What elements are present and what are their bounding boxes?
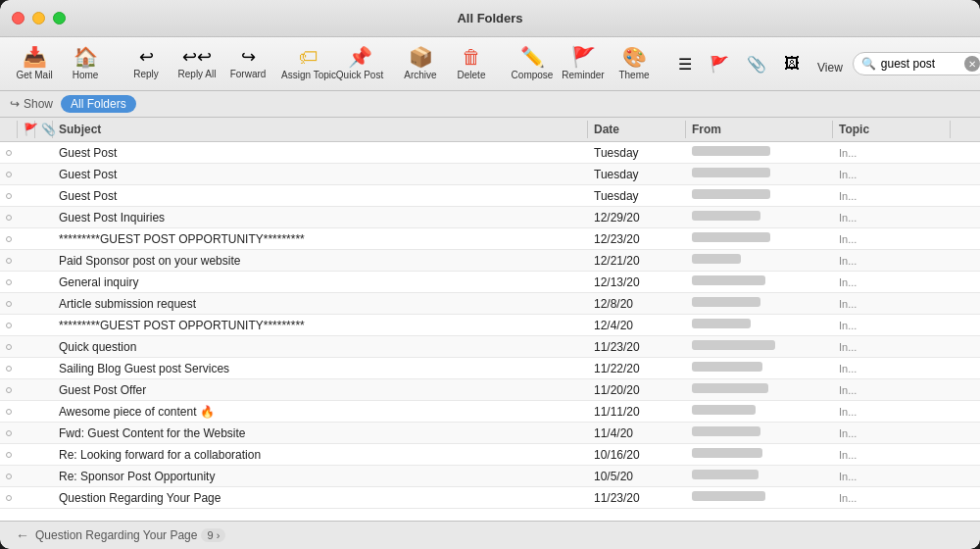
row-subject[interactable]: Fwd: Guest Content for the Website bbox=[53, 424, 588, 443]
row-from bbox=[686, 186, 833, 206]
email-row[interactable]: Guest Post Inquiries 12/29/20 In... bbox=[0, 207, 980, 228]
row-subject[interactable]: Article submission request bbox=[53, 294, 588, 314]
row-subject[interactable]: Guest Post Inquiries bbox=[53, 208, 588, 227]
theme-label: Theme bbox=[618, 70, 649, 80]
row-subject[interactable]: General inquiry bbox=[53, 273, 588, 292]
email-row[interactable]: Guest Post Tuesday In... bbox=[0, 185, 980, 207]
row-from bbox=[686, 467, 833, 486]
row-dot bbox=[0, 341, 18, 353]
row-date: 11/20/20 bbox=[588, 380, 686, 400]
list-view-button[interactable]: ☰ bbox=[670, 51, 700, 77]
badge-count[interactable]: 9 › bbox=[201, 528, 225, 542]
row-date: 11/11/20 bbox=[588, 402, 686, 422]
reply-button[interactable]: ↩ Reply bbox=[122, 44, 171, 83]
image-view-button[interactable]: 🖼 bbox=[776, 51, 808, 76]
row-subject[interactable]: Guest Post bbox=[53, 186, 588, 206]
search-bar[interactable]: 🔍 ✕ bbox=[853, 52, 980, 75]
row-topic: In... bbox=[833, 274, 951, 291]
row-from bbox=[686, 424, 833, 443]
all-folders-tag[interactable]: All Folders bbox=[61, 95, 136, 113]
row-date: 12/29/20 bbox=[588, 208, 686, 227]
row-attach bbox=[35, 258, 53, 264]
delete-button[interactable]: 🗑 Delete bbox=[447, 43, 496, 84]
row-date: 11/22/20 bbox=[588, 359, 686, 378]
row-dot bbox=[0, 363, 18, 374]
header-topic-col[interactable]: Topic bbox=[833, 121, 951, 138]
email-row[interactable]: Fwd: Guest Content for the Website 11/4/… bbox=[0, 423, 980, 444]
quick-post-button[interactable]: 📌 Quick Post bbox=[335, 43, 384, 84]
row-subject[interactable]: *********GUEST POST OPPORTUNITY********* bbox=[53, 229, 588, 249]
email-row[interactable]: Guest Post Tuesday In... bbox=[0, 164, 980, 185]
row-subject[interactable]: Guest Post bbox=[53, 143, 588, 163]
row-subject[interactable]: Sailing Blog Guest post Services bbox=[53, 359, 588, 378]
email-row[interactable]: General inquiry 12/13/20 In... bbox=[0, 272, 980, 293]
archive-icon: 📦 bbox=[409, 47, 433, 67]
email-row[interactable]: *********GUEST POST OPPORTUNITY*********… bbox=[0, 315, 980, 336]
email-row[interactable]: Paid Sponsor post on your website 12/21/… bbox=[0, 250, 980, 272]
reply-all-icon: ↩↩ bbox=[182, 48, 212, 66]
row-subject[interactable]: Paid Sponsor post on your website bbox=[53, 251, 588, 271]
row-subject[interactable]: Quick question bbox=[53, 337, 588, 357]
show-button[interactable]: ↪ Show bbox=[10, 97, 53, 111]
show-arrow-icon: ↪ bbox=[10, 97, 20, 111]
email-row[interactable]: Re: Sponsor Post Opportunity 10/5/20 In.… bbox=[0, 466, 980, 487]
flag-view-icon: 🚩 bbox=[710, 55, 729, 74]
row-subject[interactable]: *********GUEST POST OPPORTUNITY********* bbox=[53, 316, 588, 335]
email-row[interactable]: Guest Post Tuesday In... bbox=[0, 142, 980, 164]
header-extra-col bbox=[951, 121, 980, 138]
compose-button[interactable]: ✏️ Compose bbox=[508, 43, 557, 84]
bottom-subject: Question Regarding Your Page bbox=[35, 528, 197, 542]
row-flag bbox=[18, 452, 35, 458]
email-row[interactable]: Awesome piece of content 🔥 11/11/20 In..… bbox=[0, 401, 980, 423]
row-from bbox=[686, 165, 833, 184]
row-from bbox=[686, 359, 833, 378]
forward-button[interactable]: ↪ Forward bbox=[223, 44, 272, 83]
get-mail-button[interactable]: 📥 Get Mail bbox=[10, 43, 59, 84]
row-attach bbox=[35, 301, 53, 307]
email-row[interactable]: Article submission request 12/8/20 In... bbox=[0, 293, 980, 315]
home-button[interactable]: 🏠 Home bbox=[61, 43, 110, 84]
row-from bbox=[686, 316, 833, 335]
email-row[interactable]: Question Regarding Your Page 11/23/20 In… bbox=[0, 487, 980, 509]
theme-button[interactable]: 🎨 Theme bbox=[610, 43, 659, 84]
row-attach bbox=[35, 452, 53, 458]
search-input[interactable] bbox=[881, 57, 959, 71]
row-subject[interactable]: Awesome piece of content 🔥 bbox=[53, 402, 588, 422]
delete-icon: 🗑 bbox=[462, 47, 481, 67]
email-row[interactable]: Quick question 11/23/20 In... bbox=[0, 336, 980, 358]
row-subject[interactable]: Guest Post Offer bbox=[53, 380, 588, 400]
row-extra bbox=[951, 301, 980, 307]
header-from-col[interactable]: From bbox=[686, 121, 833, 138]
header-date-col[interactable]: Date bbox=[588, 121, 686, 138]
row-subject[interactable]: Question Regarding Your Page bbox=[53, 488, 588, 508]
row-date: 11/4/20 bbox=[588, 424, 686, 443]
search-clear-button[interactable]: ✕ bbox=[964, 56, 980, 72]
reply-all-button[interactable]: ↩↩ Reply All bbox=[172, 44, 221, 83]
email-row[interactable]: Re: Looking forward for a collaboration … bbox=[0, 444, 980, 466]
email-row[interactable]: Sailing Blog Guest post Services 11/22/2… bbox=[0, 358, 980, 379]
archive-button[interactable]: 📦 Archive bbox=[396, 43, 445, 84]
row-attach bbox=[35, 366, 53, 372]
email-row[interactable]: *********GUEST POST OPPORTUNITY*********… bbox=[0, 228, 980, 250]
row-date: 12/23/20 bbox=[588, 229, 686, 249]
reminder-icon: 🚩 bbox=[571, 47, 596, 67]
row-subject[interactable]: Guest Post bbox=[53, 165, 588, 184]
view-label-btn[interactable]: View bbox=[809, 49, 851, 78]
maximize-button[interactable] bbox=[53, 12, 66, 25]
row-extra bbox=[951, 193, 980, 199]
flag-view-button[interactable]: 🚩 bbox=[702, 51, 737, 77]
row-flag bbox=[18, 366, 35, 372]
assign-topic-button[interactable]: 🏷 Assign Topic bbox=[284, 43, 333, 84]
row-subject[interactable]: Re: Looking forward for a collaboration bbox=[53, 445, 588, 465]
reminder-button[interactable]: 🚩 Reminder bbox=[559, 43, 608, 84]
nav-back-button[interactable]: ← bbox=[10, 525, 35, 545]
minimize-button[interactable] bbox=[32, 12, 45, 25]
attachment-view-button[interactable]: 📎 bbox=[739, 51, 774, 77]
row-from bbox=[686, 229, 833, 249]
email-row[interactable]: Guest Post Offer 11/20/20 In... bbox=[0, 379, 980, 401]
close-button[interactable] bbox=[12, 12, 24, 25]
row-dot bbox=[0, 384, 18, 396]
header-subject-col[interactable]: Subject bbox=[53, 121, 588, 138]
quick-post-label: Quick Post bbox=[336, 70, 383, 80]
row-subject[interactable]: Re: Sponsor Post Opportunity bbox=[53, 467, 588, 486]
